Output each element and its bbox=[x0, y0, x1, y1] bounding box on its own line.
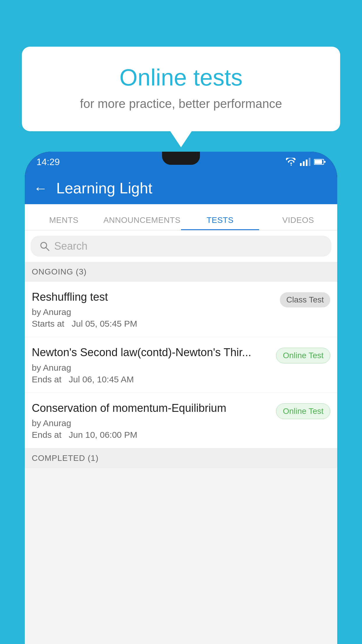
completed-section-header: COMPLETED (1) bbox=[25, 448, 337, 468]
test-date-1: Starts at Jul 05, 05:45 PM bbox=[32, 319, 274, 329]
battery-icon bbox=[314, 158, 326, 165]
test-badge-1: Class Test bbox=[280, 292, 330, 307]
test-name-2: Newton's Second law(contd)-Newton's Thir… bbox=[32, 345, 270, 360]
test-info-3: Conservation of momentum-Equilibrium by … bbox=[32, 401, 276, 440]
status-time: 14:29 bbox=[36, 157, 60, 167]
test-date-2: Ends at Jul 06, 10:45 AM bbox=[32, 374, 270, 384]
svg-line-8 bbox=[46, 247, 49, 251]
status-bar: 14:29 bbox=[25, 152, 337, 172]
test-info-1: Reshuffling test by Anurag Starts at Jul… bbox=[32, 290, 280, 329]
test-by-1: by Anurag bbox=[32, 307, 274, 317]
svg-rect-0 bbox=[300, 163, 302, 166]
ongoing-section-header: ONGOING (3) bbox=[25, 262, 337, 282]
svg-rect-3 bbox=[309, 158, 310, 166]
test-badge-2: Online Test bbox=[276, 348, 330, 363]
search-bar[interactable]: Search bbox=[31, 236, 331, 257]
app-header: ← Learning Light bbox=[25, 172, 337, 204]
phone-screen: MENTS ANNOUNCEMENTS TESTS VIDEOS Search … bbox=[25, 204, 337, 644]
test-item-2[interactable]: Newton's Second law(contd)-Newton's Thir… bbox=[25, 337, 337, 393]
test-name-3: Conservation of momentum-Equilibrium bbox=[32, 401, 270, 415]
test-info-2: Newton's Second law(contd)-Newton's Thir… bbox=[32, 345, 276, 384]
tab-ments[interactable]: MENTS bbox=[25, 216, 103, 230]
wifi-icon bbox=[286, 158, 296, 166]
speech-bubble: Online tests for more practice, better p… bbox=[22, 47, 340, 131]
search-icon bbox=[39, 241, 50, 251]
test-item[interactable]: Reshuffling test by Anurag Starts at Jul… bbox=[25, 282, 337, 337]
test-by-2: by Anurag bbox=[32, 363, 270, 373]
svg-rect-1 bbox=[303, 161, 305, 166]
test-name-1: Reshuffling test bbox=[32, 290, 274, 304]
tab-videos[interactable]: VIDEOS bbox=[259, 216, 337, 230]
tabs-bar: MENTS ANNOUNCEMENTS TESTS VIDEOS bbox=[25, 204, 337, 230]
test-by-3: by Anurag bbox=[32, 418, 270, 428]
bubble-subtitle: for more practice, better performance bbox=[36, 97, 326, 111]
phone-notch bbox=[162, 152, 200, 165]
test-badge-3: Online Test bbox=[276, 403, 330, 419]
test-date-3: Ends at Jun 10, 06:00 PM bbox=[32, 430, 270, 440]
svg-rect-6 bbox=[324, 161, 326, 163]
test-item-3[interactable]: Conservation of momentum-Equilibrium by … bbox=[25, 393, 337, 448]
signal-icon bbox=[300, 158, 310, 166]
tab-announcements[interactable]: ANNOUNCEMENTS bbox=[103, 216, 181, 230]
tab-tests[interactable]: TESTS bbox=[181, 216, 259, 230]
svg-rect-5 bbox=[314, 160, 322, 164]
bubble-title: Online tests bbox=[36, 64, 326, 91]
status-icons bbox=[286, 158, 326, 166]
app-title: Learning Light bbox=[56, 179, 152, 197]
svg-rect-2 bbox=[306, 160, 307, 166]
search-placeholder: Search bbox=[54, 240, 87, 252]
search-container: Search bbox=[25, 230, 337, 262]
phone-frame: 14:29 ← Learning Light bbox=[25, 152, 337, 644]
test-list: Reshuffling test by Anurag Starts at Jul… bbox=[25, 282, 337, 448]
back-button[interactable]: ← bbox=[34, 180, 48, 196]
